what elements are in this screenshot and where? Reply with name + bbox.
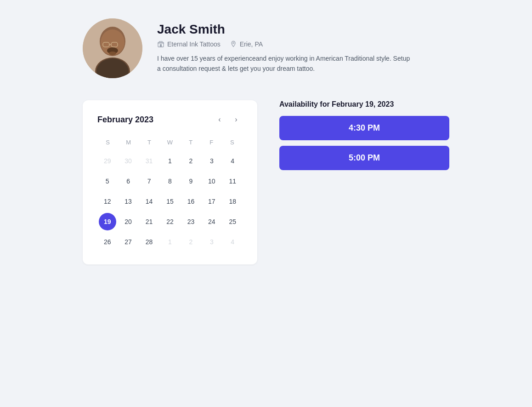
availability-title: Availability for February 19, 2023 bbox=[279, 100, 449, 109]
day-cell[interactable]: 23 bbox=[182, 213, 199, 230]
location-text: Erie, PA bbox=[240, 40, 263, 48]
day-cell[interactable]: 18 bbox=[224, 193, 241, 210]
day-cell[interactable]: 15 bbox=[161, 193, 179, 210]
day-cell[interactable]: 31 bbox=[141, 152, 158, 170]
profile-meta: Eternal Ink Tattoos Erie, PA bbox=[157, 40, 414, 48]
business-name: Eternal Ink Tattoos bbox=[167, 40, 221, 48]
day-cell[interactable]: 11 bbox=[224, 172, 241, 190]
day-cell[interactable]: 20 bbox=[119, 213, 137, 230]
profile-name: Jack Smith bbox=[157, 22, 414, 37]
day-cell[interactable]: 1 bbox=[161, 233, 179, 251]
day-cell[interactable]: 3 bbox=[203, 152, 221, 170]
profile-info: Jack Smith Eternal Ink Tattoos bbox=[157, 18, 414, 74]
main-content: February 2023 ‹ › S M T W T F S bbox=[83, 100, 449, 264]
day-cell[interactable]: 29 bbox=[99, 152, 116, 170]
day-cell[interactable]: 4 bbox=[224, 233, 241, 251]
weekday-thu: T bbox=[181, 137, 201, 148]
day-cell[interactable]: 21 bbox=[141, 213, 158, 230]
calendar-days: 29 30 31 1 2 3 4 5 6 7 8 9 10 11 12 bbox=[97, 151, 243, 252]
day-cell[interactable]: 2 bbox=[182, 152, 199, 170]
business-meta: Eternal Ink Tattoos bbox=[157, 40, 221, 48]
day-cell[interactable]: 25 bbox=[224, 213, 241, 230]
calendar-grid: S M T W T F S 29 30 31 1 2 3 4 bbox=[97, 137, 243, 252]
day-cell[interactable]: 26 bbox=[99, 233, 116, 251]
day-cell[interactable]: 12 bbox=[99, 193, 116, 210]
day-cell[interactable]: 4 bbox=[224, 152, 241, 170]
day-cell[interactable]: 7 bbox=[141, 172, 158, 190]
time-slot-500[interactable]: 5:00 PM bbox=[279, 146, 449, 170]
avatar bbox=[83, 18, 142, 78]
location-meta: Erie, PA bbox=[230, 40, 263, 48]
availability-section: Availability for February 19, 2023 4:30 … bbox=[279, 100, 449, 176]
day-cell[interactable]: 30 bbox=[119, 152, 137, 170]
profile-bio: I have over 15 years of experienceand en… bbox=[157, 53, 414, 74]
weekday-mon: M bbox=[118, 137, 139, 148]
day-cell[interactable]: 1 bbox=[161, 152, 179, 170]
day-cell[interactable]: 28 bbox=[141, 233, 158, 251]
day-cell[interactable]: 8 bbox=[161, 172, 179, 190]
day-cell[interactable]: 22 bbox=[161, 213, 179, 230]
prev-month-button[interactable]: ‹ bbox=[213, 113, 226, 126]
day-cell[interactable]: 5 bbox=[99, 172, 116, 190]
weekday-fri: F bbox=[201, 137, 222, 148]
calendar-weekdays: S M T W T F S bbox=[97, 137, 243, 148]
weekday-sat: S bbox=[222, 137, 243, 148]
day-cell-selected[interactable]: 19 bbox=[99, 213, 116, 230]
svg-point-12 bbox=[232, 42, 234, 44]
day-cell[interactable]: 9 bbox=[182, 172, 199, 190]
calendar-title: February 2023 bbox=[97, 115, 153, 125]
next-month-button[interactable]: › bbox=[230, 113, 243, 126]
day-cell[interactable]: 16 bbox=[182, 193, 199, 210]
svg-point-9 bbox=[109, 52, 116, 55]
svg-rect-11 bbox=[160, 44, 162, 47]
day-cell[interactable]: 2 bbox=[182, 233, 199, 251]
day-cell[interactable]: 27 bbox=[119, 233, 137, 251]
day-cell[interactable]: 14 bbox=[141, 193, 158, 210]
calendar-section: February 2023 ‹ › S M T W T F S bbox=[83, 100, 257, 264]
day-cell[interactable]: 13 bbox=[119, 193, 137, 210]
weekday-tue: T bbox=[139, 137, 159, 148]
time-slot-430[interactable]: 4:30 PM bbox=[279, 116, 449, 140]
weekday-sun: S bbox=[97, 137, 118, 148]
profile-section: Jack Smith Eternal Ink Tattoos bbox=[83, 18, 449, 78]
building-icon bbox=[157, 40, 164, 48]
weekday-wed: W bbox=[159, 137, 180, 148]
day-cell[interactable]: 3 bbox=[203, 233, 221, 251]
calendar-header: February 2023 ‹ › bbox=[97, 113, 243, 126]
day-cell[interactable]: 10 bbox=[203, 172, 221, 190]
day-cell[interactable]: 6 bbox=[119, 172, 137, 190]
calendar-nav: ‹ › bbox=[213, 113, 243, 126]
day-cell[interactable]: 24 bbox=[203, 213, 221, 230]
day-cell[interactable]: 17 bbox=[203, 193, 221, 210]
location-icon bbox=[230, 40, 237, 48]
